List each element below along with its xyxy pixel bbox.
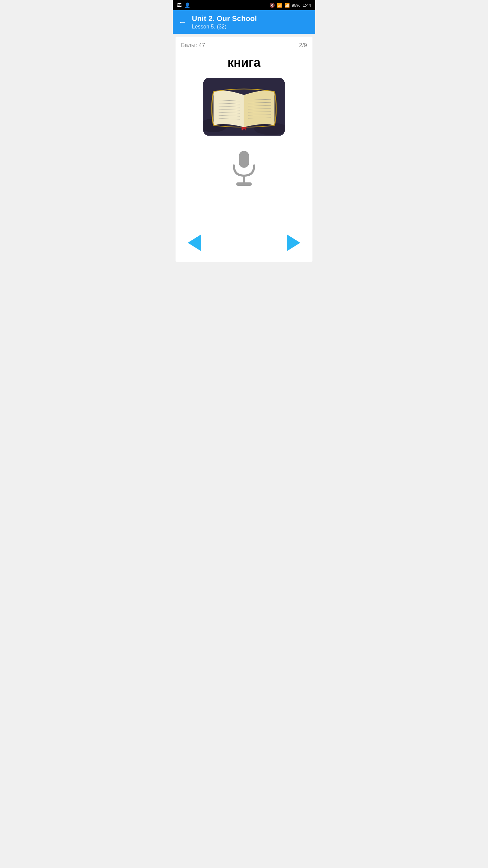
page-indicator: 2/9 bbox=[299, 42, 307, 49]
header-title: Unit 2. Our School bbox=[192, 14, 257, 23]
prev-arrow-icon[interactable] bbox=[184, 233, 205, 253]
svg-marker-24 bbox=[188, 234, 201, 251]
status-left-icons: 🖼 👤 bbox=[177, 2, 190, 8]
prev-button[interactable] bbox=[184, 233, 205, 253]
profile-status-icon: 👤 bbox=[184, 2, 190, 8]
book-image bbox=[203, 78, 285, 136]
next-button[interactable] bbox=[283, 233, 304, 253]
nav-row bbox=[181, 229, 307, 256]
mic-container[interactable] bbox=[181, 149, 307, 186]
mute-icon: 🔇 bbox=[269, 3, 275, 8]
next-arrow-icon[interactable] bbox=[283, 233, 304, 253]
status-right-icons: 🔇 📶 📶 98% 1:44 bbox=[269, 3, 311, 8]
mic-icon[interactable] bbox=[229, 149, 259, 186]
wifi-icon: 📶 bbox=[277, 3, 282, 8]
word-display: книга bbox=[181, 56, 307, 70]
svg-rect-21 bbox=[239, 151, 249, 168]
app-header: ← Unit 2. Our School Lesson 5. (32) bbox=[173, 10, 315, 34]
image-status-icon: 🖼 bbox=[177, 2, 182, 8]
battery-label: 98% bbox=[292, 3, 301, 8]
header-subtitle: Lesson 5. (32) bbox=[192, 24, 257, 30]
header-text: Unit 2. Our School Lesson 5. (32) bbox=[192, 14, 257, 30]
signal-icon: 📶 bbox=[284, 3, 290, 8]
status-bar: 🖼 👤 🔇 📶 📶 98% 1:44 bbox=[173, 0, 315, 10]
svg-rect-23 bbox=[236, 182, 252, 186]
svg-marker-25 bbox=[287, 234, 300, 251]
book-svg bbox=[203, 78, 285, 136]
image-container bbox=[181, 78, 307, 136]
main-card: Балы: 47 2/9 книга bbox=[176, 37, 312, 262]
score-label: Балы: 47 bbox=[181, 42, 205, 49]
card-top-row: Балы: 47 2/9 bbox=[181, 42, 307, 49]
time-label: 1:44 bbox=[303, 3, 311, 8]
back-button[interactable]: ← bbox=[178, 17, 186, 27]
